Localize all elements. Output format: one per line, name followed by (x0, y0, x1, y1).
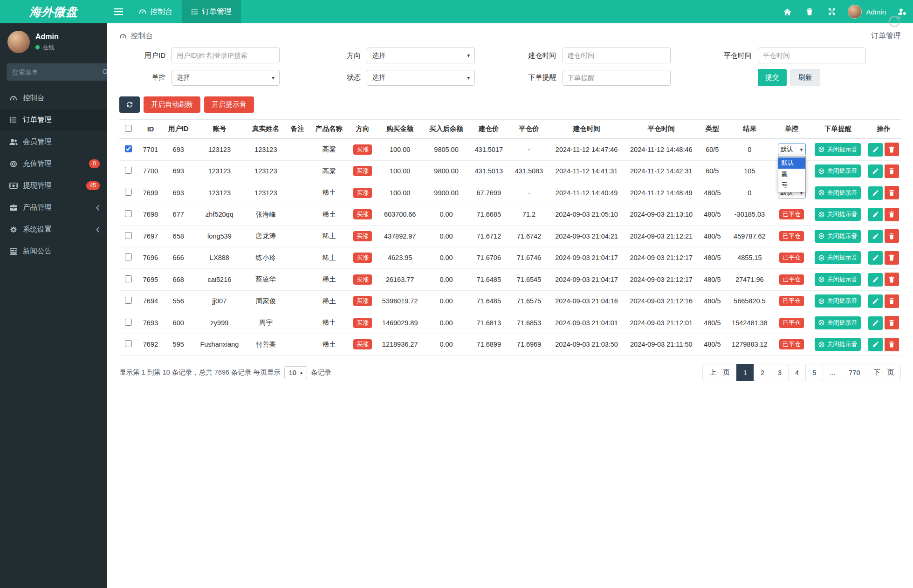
topbar-user-menu[interactable]: Admin (843, 0, 891, 23)
topbar-tab-orders[interactable]: 订单管理 (182, 0, 241, 23)
sidebar-item-members[interactable]: 会员管理 (0, 131, 107, 153)
delete-button[interactable] (885, 229, 899, 243)
pagination-page[interactable]: 1 (736, 364, 754, 381)
submit-button[interactable]: 提交 (758, 69, 787, 86)
sidebar-item-products[interactable]: 产品管理 (0, 197, 107, 219)
delete-button[interactable] (885, 251, 899, 265)
row-checkbox[interactable] (125, 189, 132, 196)
remind-input[interactable] (563, 70, 671, 86)
close-sound-button[interactable]: 关闭提示音 (815, 316, 861, 329)
control-cell: 已平仓 (773, 269, 810, 291)
edit-button[interactable] (868, 164, 883, 178)
trash-button[interactable] (798, 0, 821, 23)
pagination-page[interactable]: 3 (771, 364, 789, 381)
sidebar-item-settings[interactable]: 系统设置 (0, 219, 107, 240)
delete-icon (889, 146, 894, 153)
delete-button[interactable] (885, 143, 899, 156)
sidebar-item-dashboard[interactable]: 控制台 (0, 87, 107, 109)
avatar (7, 31, 30, 53)
cell-id: 7701 (137, 138, 164, 160)
cell-balance-after: 0.00 (424, 312, 469, 334)
delete-button[interactable] (885, 273, 899, 286)
delete-button[interactable] (885, 186, 899, 199)
edit-button[interactable] (868, 251, 883, 265)
row-checkbox[interactable] (125, 167, 132, 174)
select-all-checkbox[interactable] (125, 125, 132, 132)
row-checkbox[interactable] (125, 340, 132, 347)
close-sound-button[interactable]: 关闭提示音 (815, 208, 861, 221)
edit-button[interactable] (868, 208, 883, 221)
cell-actions (866, 204, 901, 226)
edit-icon (872, 320, 879, 326)
edit-button[interactable] (868, 230, 883, 243)
direction-badge: 买涨 (353, 274, 372, 285)
per-page-select[interactable]: 10 ▴ (284, 366, 308, 379)
cell-result: -30185.03 (726, 204, 773, 226)
control-dropdown-option[interactable]: 亏 (778, 180, 805, 191)
delete-button[interactable] (885, 294, 899, 308)
row-checkbox[interactable] (125, 232, 132, 239)
home-button[interactable] (776, 0, 798, 23)
close-sound-label: 关闭提示音 (827, 145, 857, 154)
row-checkbox[interactable] (125, 319, 132, 326)
open-time-input[interactable] (563, 48, 671, 63)
cell-id: 7694 (137, 290, 164, 312)
edit-button[interactable] (868, 143, 883, 157)
user-id-input[interactable] (172, 48, 280, 63)
status-select[interactable]: 选择 ▾ (367, 70, 475, 86)
refresh-button[interactable]: 刷新 (790, 69, 820, 86)
cell-actions (866, 160, 901, 182)
edit-button[interactable] (868, 294, 883, 308)
row-checkbox[interactable] (125, 275, 132, 282)
control-filter-select[interactable]: 选择 ▾ (172, 70, 280, 86)
pagination-page[interactable]: 2 (754, 364, 771, 381)
topbar-tab-dashboard[interactable]: 控制台 (130, 0, 182, 23)
sound-toggle-button[interactable]: 开启提示音 (204, 96, 254, 113)
sidebar-item-news[interactable]: 新闻公告 (0, 240, 107, 262)
control-dropdown-option[interactable]: 赢 (778, 169, 805, 180)
delete-button[interactable] (885, 338, 899, 351)
close-sound-button[interactable]: 关闭提示音 (815, 230, 861, 243)
row-checkbox[interactable] (125, 210, 132, 217)
control-dropdown-option[interactable]: 默认 (778, 157, 805, 169)
pagination-next[interactable]: 下一页 (867, 364, 901, 381)
sidebar-item-orders[interactable]: 订单管理 (0, 109, 107, 131)
sidebar-item-withdraw[interactable]: 提现管理 45 (0, 175, 107, 197)
close-sound-button[interactable]: 关闭提示音 (815, 294, 861, 308)
direction-select[interactable]: 选择 ▾ (367, 48, 475, 63)
sidebar-search-input[interactable] (7, 63, 102, 81)
pagination-page[interactable]: 5 (805, 364, 823, 381)
close-sound-button[interactable]: 关闭提示音 (815, 338, 861, 351)
row-checkbox[interactable] (125, 253, 132, 260)
reload-table-button[interactable] (119, 96, 140, 113)
close-sound-button[interactable]: 关闭提示音 (815, 164, 861, 178)
pagination-page[interactable]: 770 (842, 364, 867, 381)
delete-button[interactable] (885, 164, 899, 178)
cell-direction: 买涨 (349, 334, 377, 356)
pagination-prev[interactable]: 上一页 (702, 364, 737, 381)
row-checkbox[interactable] (125, 297, 132, 304)
edit-button[interactable] (868, 273, 883, 287)
auto-refresh-button[interactable]: 开启自动刷新 (144, 96, 200, 113)
topbar-user-name: Admin (866, 8, 886, 16)
close-sound-button[interactable]: 关闭提示音 (815, 251, 861, 264)
control-select[interactable]: 默认▾ (778, 144, 806, 155)
close-sound-button[interactable]: 关闭提示音 (815, 186, 861, 199)
user-settings-button[interactable] (891, 0, 913, 23)
sidebar-item-recharge[interactable]: 充值管理 0 (0, 153, 107, 175)
fullscreen-button[interactable] (821, 0, 843, 23)
cell-open-time: 2024-09-03 21:04:16 (549, 290, 624, 312)
main-content: 控制台 订单管理 用户ID 方向 选择 ▾ 建仓时间 (107, 23, 913, 588)
delete-button[interactable] (885, 208, 899, 221)
delete-button[interactable] (885, 316, 899, 329)
close-time-input[interactable] (758, 48, 866, 63)
pagination-page[interactable]: 4 (788, 364, 806, 381)
edit-button[interactable] (868, 338, 883, 351)
row-checkbox[interactable] (125, 145, 132, 152)
cell-user-id: 666 (164, 247, 193, 269)
edit-button[interactable] (868, 316, 883, 330)
edit-button[interactable] (868, 186, 883, 200)
sidebar-toggle-button[interactable] (107, 0, 130, 23)
close-sound-button[interactable]: 关闭提示音 (815, 143, 861, 156)
close-sound-button[interactable]: 关闭提示音 (815, 273, 861, 286)
